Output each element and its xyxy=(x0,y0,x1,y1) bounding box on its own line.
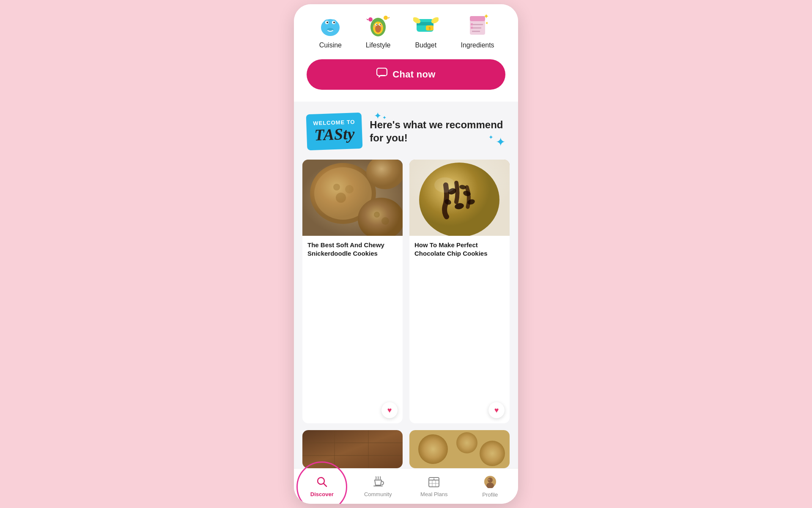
svg-point-42 xyxy=(336,193,346,203)
profile-icon xyxy=(484,475,497,490)
chocolate-chip-title: How To Make Perfect Chocolate Chip Cooki… xyxy=(414,241,505,258)
nav-item-profile[interactable]: Profile xyxy=(462,473,518,500)
nav-item-discover[interactable]: Discover xyxy=(294,473,350,500)
category-section: Cuisine xyxy=(294,4,518,102)
discover-icon xyxy=(316,476,328,489)
snickerdoodle-title: The Best Soft And Chewy Snickerdoodle Co… xyxy=(307,241,398,258)
lifestyle-label: Lifestyle xyxy=(366,41,391,49)
profile-label: Profile xyxy=(482,491,498,498)
svg-point-62 xyxy=(418,434,448,464)
recipe-card-bottom-right[interactable] xyxy=(409,430,510,468)
category-budget[interactable]: $ Budget xyxy=(413,13,439,49)
nav-discover-wrapper: Discover xyxy=(294,473,350,500)
svg-rect-32 xyxy=(471,23,473,25)
category-icons-row: Cuisine xyxy=(307,13,505,49)
svg-point-44 xyxy=(374,212,380,218)
cuisine-icon xyxy=(318,13,343,38)
svg-text:1: 1 xyxy=(433,477,435,480)
recipe-card-chocolate-chip[interactable]: ♥ How To Make Perfect Chocolate Chip Coo… xyxy=(409,160,510,423)
snickerdoodle-info: The Best Soft And Chewy Snickerdoodle Co… xyxy=(302,236,403,264)
ingredients-label: Ingredients xyxy=(461,41,494,49)
sparkle-bottom-right-sm: ✦ xyxy=(488,134,494,141)
lifestyle-icon xyxy=(365,13,391,38)
category-ingredients[interactable]: ✦ ✦ Ingredients xyxy=(461,13,494,49)
svg-rect-56 xyxy=(302,430,403,468)
meal-plans-label: Meal Plans xyxy=(420,491,447,497)
ingredients-icon: ✦ ✦ xyxy=(465,13,490,38)
svg-point-45 xyxy=(381,217,389,225)
chat-now-button[interactable]: Chat now xyxy=(307,59,505,90)
recipe-bottom-row xyxy=(294,430,518,468)
svg-line-66 xyxy=(324,484,327,487)
recipe-card-snickerdoodle[interactable]: ♥ The Best Soft And Chewy Snickerdoodle … xyxy=(302,160,403,423)
svg-text:✦: ✦ xyxy=(485,21,488,25)
svg-point-64 xyxy=(480,441,505,466)
svg-point-40 xyxy=(333,184,340,190)
snickerdoodle-heart-button[interactable]: ♥ xyxy=(381,402,398,418)
svg-point-76 xyxy=(488,479,490,480)
svg-point-15 xyxy=(373,25,376,27)
svg-point-55 xyxy=(434,177,455,193)
svg-point-14 xyxy=(380,24,381,25)
chat-button-label: Chat now xyxy=(392,69,435,80)
chocolate-chip-info: How To Make Perfect Chocolate Chip Cooki… xyxy=(409,236,510,264)
chat-icon xyxy=(376,68,387,81)
svg-rect-33 xyxy=(471,27,473,29)
tasty-brand-text: TASty xyxy=(314,125,355,144)
svg-text:✦: ✦ xyxy=(483,13,489,20)
svg-point-6 xyxy=(333,22,335,23)
svg-point-17 xyxy=(384,16,388,20)
tasty-logo: WELCOME TO TASty xyxy=(306,113,363,150)
budget-icon: $ xyxy=(413,13,439,38)
svg-text:$: $ xyxy=(428,26,431,30)
category-cuisine[interactable]: Cuisine xyxy=(318,13,343,49)
nav-item-meal-plans[interactable]: 1 Meal Plans xyxy=(406,473,462,500)
chocolate-chip-heart-button[interactable]: ♥ xyxy=(488,402,505,418)
svg-point-63 xyxy=(456,432,477,453)
svg-point-10 xyxy=(375,25,381,33)
chocolate-chip-image xyxy=(409,160,510,236)
svg-point-48 xyxy=(419,163,499,236)
snickerdoodle-image xyxy=(302,160,403,236)
category-lifestyle[interactable]: Lifestyle xyxy=(365,13,391,49)
community-label: Community xyxy=(364,491,392,497)
svg-point-0 xyxy=(321,19,340,36)
bottom-nav: Discover Community xyxy=(294,468,518,504)
svg-point-19 xyxy=(368,17,373,22)
svg-point-41 xyxy=(345,185,354,193)
phone-container: Cuisine xyxy=(294,4,518,504)
svg-marker-20 xyxy=(366,19,368,20)
meal-plans-icon: 1 xyxy=(428,476,440,489)
welcome-banner: WELCOME TO TASty ✦ ✦ Here's what we reco… xyxy=(294,102,518,160)
cuisine-label: Cuisine xyxy=(319,41,342,49)
discover-label: Discover xyxy=(310,491,334,497)
recipe-grid: ♥ The Best Soft And Chewy Snickerdoodle … xyxy=(294,160,518,430)
budget-label: Budget xyxy=(415,41,436,49)
svg-point-13 xyxy=(376,24,377,25)
svg-point-16 xyxy=(380,25,383,27)
svg-point-65 xyxy=(318,478,324,484)
svg-point-5 xyxy=(326,22,328,23)
svg-marker-18 xyxy=(388,17,390,19)
nav-item-community[interactable]: Community xyxy=(350,473,406,500)
recipe-card-bottom-left[interactable] xyxy=(302,430,403,468)
recommend-text: Here's what we recommend for you! xyxy=(370,118,505,144)
svg-rect-36 xyxy=(377,68,387,76)
sparkle-bottom-right: ✦ xyxy=(496,135,505,149)
community-icon xyxy=(372,476,384,489)
svg-rect-28 xyxy=(470,16,485,21)
